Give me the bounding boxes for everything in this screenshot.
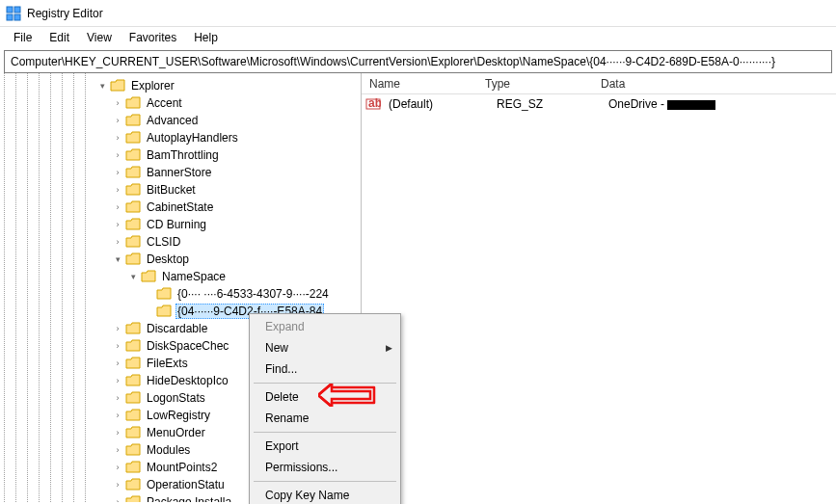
- tree-label: Advanced: [145, 114, 200, 127]
- menu-copy-key-name[interactable]: Copy Key Name: [252, 485, 398, 504]
- chevron-right-icon[interactable]: ›: [112, 479, 123, 491]
- col-name[interactable]: Name: [362, 75, 477, 93]
- tree-node[interactable]: ›BannerStore: [112, 164, 361, 181]
- redacted-text: [667, 100, 715, 110]
- menu-favorites[interactable]: Favorites: [121, 29, 184, 46]
- chevron-right-icon[interactable]: ›: [112, 358, 123, 369]
- chevron-right-icon[interactable]: ›: [112, 375, 123, 386]
- spacer: [143, 288, 154, 300]
- folder-icon: [125, 374, 141, 387]
- folder-icon: [125, 166, 141, 179]
- folder-icon: [125, 114, 141, 127]
- svg-text:ab: ab: [368, 96, 381, 110]
- menu-new[interactable]: New▶: [252, 337, 398, 358]
- context-menu: Expand New▶ Find... Delete Rename Export…: [249, 313, 401, 504]
- chevron-down-icon[interactable]: ▾: [96, 80, 108, 92]
- chevron-right-icon[interactable]: ›: [112, 184, 123, 196]
- chevron-right-icon[interactable]: ›: [112, 340, 123, 352]
- folder-icon: [110, 79, 125, 93]
- folder-icon: [125, 148, 141, 162]
- menu-export[interactable]: Export: [252, 436, 398, 457]
- chevron-down-icon[interactable]: ▾: [127, 271, 139, 282]
- tree-label: AutoplayHandlers: [145, 131, 240, 145]
- folder-icon: [125, 391, 141, 405]
- menu-file[interactable]: File: [6, 29, 40, 46]
- menu-delete[interactable]: Delete: [252, 386, 398, 408]
- tree-label: {0···· ····6-4533-4307-9····-224: [175, 287, 331, 301]
- chevron-right-icon[interactable]: ›: [112, 496, 123, 502]
- tree-node[interactable]: ›BitBucket: [112, 181, 361, 199]
- tree-label: BamThrottling: [145, 148, 221, 162]
- menu-find[interactable]: Find...: [252, 358, 398, 380]
- chevron-right-icon[interactable]: ›: [112, 236, 123, 248]
- folder-icon: [156, 287, 172, 301]
- col-data[interactable]: Data: [593, 75, 836, 93]
- chevron-right-icon[interactable]: ›: [112, 97, 123, 109]
- value-data: OneDrive -: [605, 97, 832, 111]
- chevron-right-icon[interactable]: ›: [112, 132, 123, 144]
- col-type[interactable]: Type: [477, 75, 593, 93]
- folder-icon: [125, 322, 141, 335]
- chevron-right-icon[interactable]: ›: [112, 167, 123, 178]
- svg-rect-3: [14, 14, 20, 20]
- menu-separator: [254, 481, 396, 482]
- menu-separator: [254, 432, 396, 433]
- titlebar: Registry Editor: [0, 0, 836, 27]
- chevron-right-icon[interactable]: ›: [112, 392, 123, 404]
- svg-rect-0: [7, 7, 13, 13]
- menu-edit[interactable]: Edit: [41, 29, 77, 46]
- tree-label: DiskSpaceChec: [145, 339, 230, 353]
- tree-label: HideDesktopIco: [145, 374, 230, 387]
- tree-label: CabinetState: [145, 200, 215, 214]
- menu-permissions[interactable]: Permissions...: [252, 457, 398, 478]
- svg-rect-1: [14, 7, 20, 13]
- chevron-right-icon[interactable]: ›: [112, 115, 123, 126]
- value-data-prefix: OneDrive -: [608, 97, 667, 111]
- tree-label: CD Burning: [145, 218, 208, 231]
- folder-icon: [125, 200, 141, 214]
- chevron-down-icon[interactable]: ▾: [112, 253, 123, 265]
- values-header: Name Type Data: [362, 73, 836, 94]
- tree-label: FileExts: [145, 357, 190, 370]
- folder-icon: [141, 270, 156, 283]
- tree-node[interactable]: ›CD Burning: [112, 216, 361, 233]
- tree-label: LowRegistry: [145, 409, 212, 422]
- chevron-right-icon[interactable]: ›: [112, 323, 123, 334]
- menu-view[interactable]: View: [79, 29, 120, 46]
- tree-node[interactable]: ›AutoplayHandlers: [112, 129, 361, 146]
- chevron-right-icon[interactable]: ›: [112, 462, 123, 473]
- chevron-right-icon[interactable]: ›: [112, 410, 123, 421]
- tree-node-desktop[interactable]: ▾ Desktop: [112, 251, 361, 268]
- values-pane[interactable]: Name Type Data ab (Default) REG_SZ OneDr…: [362, 73, 836, 502]
- value-name: (Default): [385, 97, 493, 111]
- folder-icon: [125, 131, 141, 145]
- chevron-right-icon[interactable]: ›: [112, 427, 123, 438]
- address-bar[interactable]: Computer\HKEY_CURRENT_USER\Software\Micr…: [4, 50, 832, 73]
- folder-icon: [125, 357, 141, 370]
- tree-node[interactable]: ›CabinetState: [112, 199, 361, 216]
- spacer: [143, 305, 154, 317]
- tree-node[interactable]: ›Accent: [112, 94, 361, 112]
- folder-icon: [125, 339, 141, 353]
- tree-node-guid1[interactable]: {0···· ····6-4533-4307-9····-224: [143, 285, 361, 303]
- string-value-icon: ab: [365, 96, 381, 112]
- tree-node[interactable]: ›Advanced: [112, 112, 361, 129]
- folder-icon: [125, 495, 141, 502]
- tree-node[interactable]: ›BamThrottling: [112, 146, 361, 164]
- menu-expand: Expand: [252, 316, 398, 337]
- chevron-right-icon[interactable]: ›: [112, 444, 123, 456]
- chevron-right-icon[interactable]: ›: [112, 219, 123, 230]
- window-title: Registry Editor: [27, 7, 103, 20]
- tree-node[interactable]: ›CLSID: [112, 233, 361, 251]
- value-row-default[interactable]: ab (Default) REG_SZ OneDrive -: [362, 94, 836, 114]
- tree-node-explorer[interactable]: ▾ Explorer: [96, 77, 361, 94]
- chevron-right-icon[interactable]: ›: [112, 201, 123, 213]
- tree-node-namespace[interactable]: ▾ NameSpace: [127, 268, 361, 285]
- chevron-right-icon[interactable]: ›: [112, 149, 123, 161]
- tree-label: Desktop: [145, 252, 191, 266]
- tree-label: BannerStore: [145, 166, 213, 179]
- menu-help[interactable]: Help: [186, 29, 226, 46]
- menu-rename[interactable]: Rename: [252, 408, 398, 429]
- tree-label: OperationStatu: [145, 478, 227, 491]
- tree-label: CLSID: [145, 235, 182, 249]
